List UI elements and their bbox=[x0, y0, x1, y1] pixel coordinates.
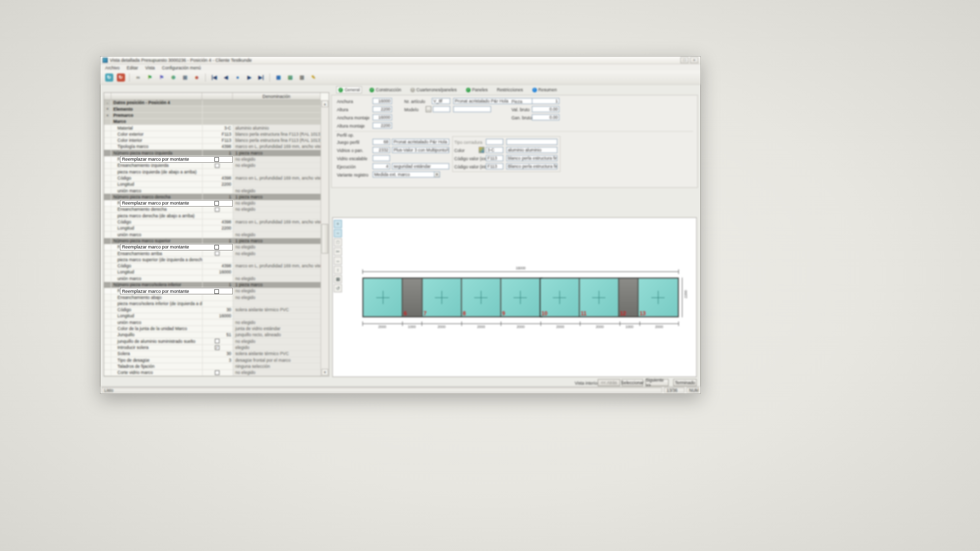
tree-row[interactable]: pieza marco izquierda (de abajo a arriba… bbox=[104, 169, 321, 175]
descripcion2-field[interactable] bbox=[453, 106, 491, 112]
tree-row[interactable]: Ensanchamiento abajono elegido bbox=[104, 294, 321, 300]
contacts-button[interactable]: ☻ bbox=[191, 72, 202, 83]
grid-button[interactable]: ▦ bbox=[334, 275, 342, 283]
glass-pane[interactable]: 13 bbox=[639, 279, 678, 316]
tree-row-replace-marco[interactable]: Reemplazar marco por montanteno elegido bbox=[104, 244, 321, 251]
tree-row[interactable]: Ensanchamiento arribano elegido bbox=[104, 251, 321, 257]
tree-row[interactable]: Código4398marco en L, profundidad 169 mm… bbox=[104, 176, 321, 182]
target-red-button[interactable]: ↻ bbox=[115, 72, 126, 83]
filler-panel[interactable]: 12 bbox=[619, 279, 639, 316]
tree-row-replace-marco[interactable]: Reemplazar marco por montanteno elegido bbox=[104, 288, 321, 294]
tree-row[interactable]: Código4398marco en L, profundidad 169 mm… bbox=[104, 263, 321, 269]
glass-pane[interactable]: 9 bbox=[501, 279, 541, 316]
modelo-picker-button[interactable]: … bbox=[426, 106, 431, 112]
glass-pane[interactable]: 10 bbox=[541, 279, 580, 316]
tree-row[interactable]: Longitud16000 bbox=[104, 269, 321, 276]
row-checkbox[interactable]: ✓ bbox=[215, 345, 219, 350]
tree-row[interactable]: Longitud2200 bbox=[104, 226, 321, 232]
seleccionar-button[interactable]: Seleccionar bbox=[622, 379, 643, 386]
row-checkbox[interactable] bbox=[215, 339, 219, 343]
val-bruto-input[interactable]: 0.00 bbox=[532, 106, 559, 112]
flag-blue-button[interactable]: ⚑ bbox=[156, 72, 167, 83]
vidrio-escalable-input[interactable] bbox=[373, 155, 390, 161]
tree-row[interactable]: pieza marco derecha (de abajo a arriba) bbox=[104, 213, 321, 219]
tree-row[interactable]: Material3-Caluminio aluminio bbox=[104, 125, 321, 131]
terminado-button[interactable]: Terminado bbox=[673, 379, 697, 386]
row-checkbox[interactable] bbox=[215, 157, 219, 162]
tree-row[interactable]: Número pieza marco/solera inferior11 pie… bbox=[104, 282, 321, 288]
gan-bruto-input[interactable]: 0.00 bbox=[532, 114, 559, 120]
scroll-down-icon[interactable]: ▼ bbox=[322, 369, 328, 375]
nr-articulo-input[interactable]: V_8f bbox=[432, 98, 450, 104]
tree-row[interactable]: Solera30solera aislante térmico PVC bbox=[104, 351, 321, 357]
glass-pane[interactable]: 11 bbox=[580, 279, 619, 316]
variante-registro-select[interactable]: Medida ext. marco ▼ bbox=[373, 171, 440, 178]
row-checkbox[interactable] bbox=[215, 370, 219, 375]
juego-perfil-input[interactable]: 68 bbox=[373, 139, 390, 145]
tree-row[interactable]: unión marcono elegido bbox=[104, 188, 321, 194]
scroll-thumb[interactable] bbox=[322, 224, 328, 254]
tree-row[interactable]: unión marcono elegido bbox=[104, 276, 321, 282]
tree-scrollbar[interactable]: ▲ ▼ bbox=[321, 100, 329, 376]
tree-row[interactable]: junquillo de aluminio suministrado suelt… bbox=[104, 338, 321, 344]
globe-button[interactable]: ⊕ bbox=[168, 72, 179, 83]
tree-row[interactable]: +Premarco bbox=[104, 113, 321, 119]
nav-record-button[interactable]: ● bbox=[232, 72, 243, 83]
anchura-input[interactable]: 16000 bbox=[373, 98, 392, 104]
ejecucion-input[interactable]: 4 bbox=[373, 163, 390, 169]
tab-restricciones[interactable]: Restricciones bbox=[496, 87, 525, 93]
flag-green-button[interactable]: ⚑ bbox=[144, 72, 155, 83]
glass-pane[interactable] bbox=[363, 279, 403, 316]
color-picker-button[interactable] bbox=[479, 147, 484, 153]
menu-configuracio-n-menu[interactable]: Configuración menú bbox=[159, 65, 204, 70]
close-button[interactable]: × bbox=[690, 57, 698, 63]
tab-resumen[interactable]: iResumen bbox=[531, 87, 558, 93]
cut-button[interactable]: ✂ bbox=[334, 247, 342, 256]
tree-row[interactable]: pieza marco/solera inferior (de izquierd… bbox=[104, 301, 321, 307]
tree-row[interactable]: Color de la junta de la unidad Marcojunt… bbox=[104, 326, 321, 332]
nav-last-button[interactable]: ▶| bbox=[256, 72, 266, 83]
modelo-input[interactable] bbox=[433, 106, 450, 112]
tab-cuarterones-paneles[interactable]: TCuarterones/paneles bbox=[409, 87, 458, 93]
tree-row[interactable]: Ensanchamiento derechano elegido bbox=[104, 207, 321, 213]
edit-pencil-button[interactable]: ✎ bbox=[308, 72, 319, 83]
tree-row[interactable]: Color exteriorF113blanco perla estructur… bbox=[104, 131, 321, 137]
menu-archivo[interactable]: Archivo bbox=[102, 65, 122, 70]
tree-row[interactable]: Ensanchamiento izquierdano elegido bbox=[104, 163, 321, 169]
row-checkbox[interactable] bbox=[215, 163, 219, 168]
tree-row[interactable]: Longitud16000 bbox=[104, 313, 321, 319]
copy-button[interactable]: ▣ bbox=[180, 72, 190, 83]
altura-montaje-input[interactable]: 2200 bbox=[373, 122, 392, 129]
menu-editar[interactable]: Editar bbox=[124, 65, 141, 70]
tree-row[interactable]: Número pieza marco izquierda11 pieza mar… bbox=[104, 150, 321, 156]
menu-vista[interactable]: Vista bbox=[142, 65, 158, 70]
chevron-down-icon[interactable]: ▼ bbox=[434, 172, 439, 177]
measure-horizontal-button[interactable]: ↔ bbox=[334, 257, 342, 265]
zoom-in-button[interactable]: + bbox=[334, 220, 342, 228]
siguiente-button[interactable]: Siguiente >> bbox=[645, 379, 669, 386]
tree-row-replace-marco[interactable]: Reemplazar marco por montanteno elegido bbox=[104, 157, 321, 163]
tree-row[interactable]: Tipo de desagüe3desagüe frontal por el m… bbox=[104, 357, 321, 363]
tree-toggle[interactable]: - bbox=[104, 100, 111, 106]
tab-paneles[interactable]: ✓Paneles bbox=[464, 87, 489, 93]
filler-panel[interactable]: 6 bbox=[403, 279, 423, 316]
tree-row[interactable]: Taladros de fijaciónninguna selección bbox=[104, 363, 321, 369]
tree-row-replace-marco[interactable]: Reemplazar marco por montanteno elegido bbox=[104, 201, 321, 207]
target-blue-button[interactable]: ↻ bbox=[104, 72, 114, 83]
anchura-montaje-input[interactable]: 16000 bbox=[373, 114, 392, 120]
tree-row[interactable]: pieza marco superior (de izquierda a der… bbox=[104, 257, 321, 263]
atra-s-button[interactable]: << Atrás bbox=[598, 379, 620, 386]
tree-row[interactable]: Marco bbox=[104, 119, 321, 125]
zoom-fit-button[interactable]: □ bbox=[334, 238, 342, 246]
window-layout-button[interactable]: ▥ bbox=[297, 72, 307, 83]
glass-pane[interactable]: 8 bbox=[462, 279, 501, 316]
vidrios-input[interactable]: 2332 bbox=[373, 147, 390, 153]
measure-vertical-button[interactable]: ↕ bbox=[334, 266, 342, 274]
codigo-ext-input[interactable]: F113 bbox=[486, 155, 503, 161]
tree-toggle[interactable]: + bbox=[104, 113, 111, 118]
tree-row[interactable]: Color interiorF113blanco perla estructur… bbox=[104, 138, 321, 144]
glass-pane[interactable]: 7 bbox=[423, 279, 462, 316]
tree-row[interactable]: Corte vidrio marcono elegido bbox=[104, 370, 321, 376]
pieza-input[interactable]: 1 bbox=[532, 98, 559, 104]
row-checkbox[interactable] bbox=[215, 207, 219, 212]
